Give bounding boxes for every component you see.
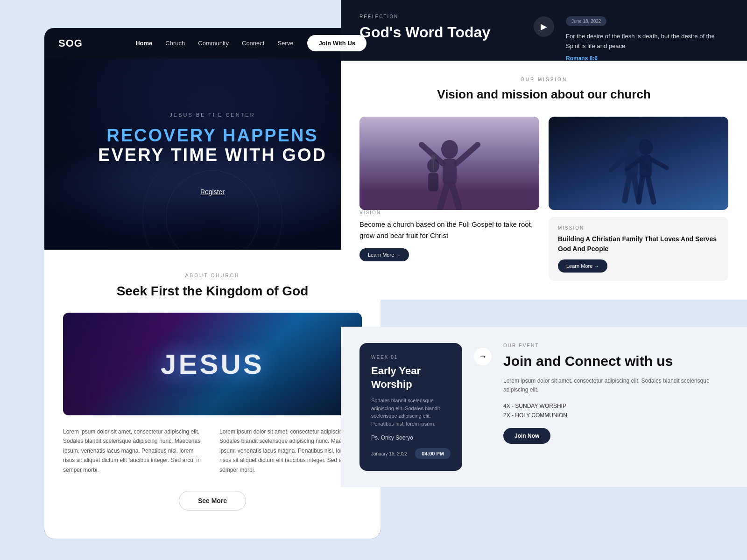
vision-text: Become a church based on the Full Gospel…	[359, 219, 539, 241]
register-link[interactable]: Register	[200, 188, 225, 196]
about-section: ABOUT CHURCH Seek First the Kingdom of G…	[44, 250, 381, 539]
event-lorem: Sodales blandit scelerisque adipiscing e…	[371, 397, 451, 427]
join-with-us-button[interactable]: Join With Us	[307, 35, 366, 51]
nav-home[interactable]: Home	[135, 40, 152, 47]
reflection-verse: For the desire of the flesh is death, bu…	[566, 32, 728, 51]
nav-links: Home Chruch Community Connect Serve	[135, 40, 293, 47]
svg-line-21	[648, 177, 654, 202]
event-week: WEEK 01	[371, 355, 451, 360]
hug-silhouette	[601, 119, 676, 208]
left-panel: SOG Home Chruch Community Connect Serve …	[44, 28, 381, 539]
mission-tag: MISSION	[558, 225, 719, 231]
about-text-columns: Lorem ipsum dolor sit amet, consectetur …	[63, 427, 362, 475]
svg-line-20	[639, 177, 642, 202]
mission-cards: VISION Become a church based on the Full…	[359, 117, 728, 281]
right-panel: REFLECTION God's Word Today ▶ June 18, 2…	[341, 0, 747, 560]
hero-section: JESUS BE THE CENTER RECOVERY HAPPENS EVE…	[44, 58, 381, 250]
reflection-title: God's Word Today	[359, 24, 522, 41]
join-now-button[interactable]: Join Now	[503, 428, 550, 444]
svg-point-9	[431, 154, 436, 161]
event-info: OUR EVENT Join and Connect with us Lorem…	[503, 343, 728, 444]
svg-line-3	[457, 145, 478, 163]
nav-community[interactable]: Community	[198, 40, 229, 47]
about-image: JESUS	[63, 313, 362, 415]
about-label: ABOUT CHURCH	[63, 273, 362, 278]
svg-line-12	[611, 158, 625, 170]
mission-right-card: MISSION Building A Christian Family That…	[549, 117, 728, 281]
vision-learn-more-button[interactable]: Learn More →	[359, 248, 409, 261]
event-item-1: 4X - SUNDAY WORSHIP	[503, 403, 728, 409]
svg-line-5	[452, 184, 459, 208]
svg-line-4	[440, 184, 447, 208]
vision-tag: VISION	[359, 210, 539, 215]
event-description: Lorem ipsum dolor sit amet, consectetur …	[503, 377, 728, 394]
mission-section: OUR MISSION Vision and mission about our…	[341, 61, 747, 300]
reflection-play-icon[interactable]: ▶	[534, 16, 554, 37]
event-footer: January 18, 2022 04:00 PM	[371, 448, 451, 459]
mission-label: OUR MISSION	[359, 77, 728, 82]
event-next-arrow[interactable]: →	[474, 348, 492, 365]
hero-content: JESUS BE THE CENTER RECOVERY HAPPENS EVE…	[98, 112, 327, 196]
reflection-tag: REFLECTION	[359, 14, 522, 19]
about-title: Seek First the Kingdom of God	[63, 284, 362, 299]
nav-serve[interactable]: Serve	[277, 40, 293, 47]
hero-subtitle: JESUS BE THE CENTER	[98, 112, 327, 118]
mission-card-text: Building A Christian Family That Loves A…	[558, 234, 719, 254]
about-text-1: Lorem ipsum dolor sit amet, consectetur …	[63, 427, 205, 475]
reflection-date: June 18, 2022	[566, 16, 606, 26]
event-pastor: Ps. Onky Soeryo	[371, 434, 451, 441]
mission-title: Vision and mission about our church	[359, 87, 728, 103]
about-image-text: JESUS	[161, 348, 264, 380]
hero-title-blue: RECOVERY HAPPENS	[98, 126, 327, 146]
event-date: January 18, 2022	[371, 451, 407, 456]
reflection-right: June 18, 2022 For the desire of the fles…	[566, 14, 728, 62]
vision-card: VISION Become a church based on the Full…	[359, 117, 539, 281]
vision-image-inner	[359, 117, 539, 210]
svg-line-19	[652, 160, 667, 168]
logo: SOG	[58, 37, 83, 49]
event-name: Early Year Worship	[371, 364, 451, 391]
nav-church[interactable]: Chruch	[165, 40, 185, 47]
event-title: Join and Connect with us	[503, 353, 728, 370]
vision-image	[359, 117, 539, 210]
reflection-left: REFLECTION God's Word Today	[359, 14, 522, 41]
svg-point-0	[441, 140, 458, 159]
navbar: SOG Home Chruch Community Connect Serve …	[44, 28, 381, 58]
event-our-event-label: OUR EVENT	[503, 343, 728, 348]
mission-learn-more-button[interactable]: Learn More →	[558, 259, 607, 273]
event-items-list: 4X - SUNDAY WORSHIP 2X - HOLY COMMUNION	[503, 403, 728, 419]
mission-bottom-card: MISSION Building A Christian Family That…	[549, 217, 728, 281]
event-time: 04:00 PM	[415, 448, 451, 459]
svg-rect-7	[428, 173, 438, 191]
worship-silhouette	[408, 121, 492, 210]
see-more-button[interactable]: See More	[179, 491, 246, 511]
svg-point-16	[639, 139, 653, 155]
event-section: WEEK 01 Early Year Worship Sodales bland…	[341, 327, 747, 487]
hero-title-white: EVERY TIME WITH GOD	[98, 146, 327, 165]
event-card: WEEK 01 Early Year Worship Sodales bland…	[359, 343, 462, 471]
event-item-2: 2X - HOLY COMMUNION	[503, 412, 728, 419]
svg-line-14	[625, 176, 629, 201]
hug-image-inner	[549, 117, 728, 210]
mission-hug-image	[549, 117, 728, 210]
svg-point-10	[624, 136, 639, 153]
nav-connect[interactable]: Connect	[242, 40, 264, 47]
svg-rect-17	[640, 155, 652, 177]
